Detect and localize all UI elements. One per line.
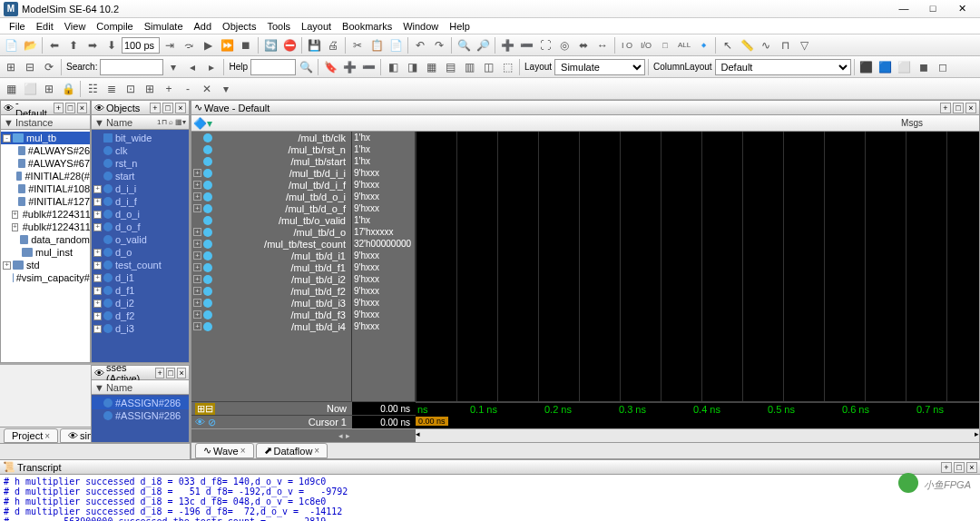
undo-button[interactable]: ↶: [411, 36, 429, 54]
paste-button[interactable]: 📄: [387, 36, 405, 54]
menu-edit[interactable]: Edit: [31, 21, 59, 32]
window-tool4-button[interactable]: ◼: [915, 58, 933, 76]
wave-canvas[interactable]: [416, 132, 979, 401]
break-button[interactable]: ⛔: [280, 36, 299, 54]
copy-button[interactable]: 📋: [368, 36, 386, 54]
wave-signal-name[interactable]: +/mul_tb/d_i2: [191, 273, 351, 285]
zoom-cursor-button[interactable]: ◎: [555, 36, 573, 54]
columnlayout-select[interactable]: Default: [715, 59, 851, 75]
wave-signal-name[interactable]: +/mul_tb/d_f2: [191, 285, 351, 297]
save-button[interactable]: 💾: [305, 36, 323, 54]
step-button[interactable]: ⇥: [161, 36, 179, 54]
extra4-button[interactable]: 🔒: [59, 80, 77, 98]
edge-button[interactable]: ⊓: [776, 36, 794, 54]
zoom-full-button[interactable]: ⛶: [536, 36, 554, 54]
panel-max-button[interactable]: □: [953, 103, 964, 113]
help-field[interactable]: [250, 59, 296, 75]
sim-item[interactable]: -mul_tb: [1, 132, 90, 144]
extra7-button[interactable]: ⊡: [122, 80, 140, 98]
wave-tool3-button[interactable]: ▦: [422, 58, 440, 76]
collapse-button[interactable]: ⊟: [21, 58, 39, 76]
run-all-button[interactable]: ⏩: [218, 36, 236, 54]
sim-item[interactable]: #INITIAL#28(#: [1, 170, 90, 182]
nav-back-button[interactable]: ⬅: [45, 36, 64, 54]
sim-item[interactable]: #vsim_capacity#: [1, 271, 90, 284]
sim-item[interactable]: +#ublk#1224311: [1, 221, 90, 233]
sim-item[interactable]: #INITIAL#108: [1, 182, 90, 195]
extra9-button[interactable]: +: [160, 80, 178, 98]
wave-signal-name[interactable]: +/mul_tb/d_o_f: [191, 202, 351, 214]
menu-file[interactable]: File: [4, 21, 31, 32]
wave-cursor-track[interactable]: 0.00 ns: [416, 416, 979, 428]
object-item[interactable]: +d_i_i: [92, 182, 189, 195]
cut-button[interactable]: ✂: [348, 36, 367, 54]
wave-hscroll[interactable]: ◂ ▸ ◂▸: [191, 428, 979, 442]
extra11-button[interactable]: ✕: [198, 80, 216, 98]
search-field[interactable]: [100, 59, 163, 75]
bookmark-del-button[interactable]: ➖: [359, 58, 377, 76]
panel-dock-button[interactable]: +: [155, 368, 164, 378]
tab-project[interactable]: Project×: [4, 428, 58, 443]
wave-signal-name[interactable]: /mul_tb/clk: [191, 132, 351, 143]
bookmark-button[interactable]: 🔖: [321, 58, 339, 76]
wave-signal-name[interactable]: /mul_tb/start: [191, 155, 351, 167]
object-item[interactable]: +test_count: [92, 259, 189, 271]
filter-button[interactable]: 🔹: [694, 36, 712, 54]
wave-signal-name[interactable]: +/mul_tb/d_i_f: [191, 179, 351, 191]
extra3-button[interactable]: ⊞: [40, 80, 58, 98]
sim-item[interactable]: #ALWAYS#26: [1, 144, 90, 157]
processes-column-header[interactable]: ▼Name: [92, 380, 189, 395]
nav-fwd-button[interactable]: ➡: [83, 36, 102, 54]
wave-signal-name[interactable]: +/mul_tb/d_f3: [191, 309, 351, 320]
search-next-button[interactable]: ▸: [202, 58, 220, 76]
object-item[interactable]: +d_f2: [92, 310, 189, 322]
panel-max-button[interactable]: □: [162, 103, 173, 113]
wave-signal-name[interactable]: +/mul_tb/d_i_i: [191, 167, 351, 179]
wave-tool2-button[interactable]: ◨: [403, 58, 421, 76]
panel-close-button[interactable]: ×: [77, 103, 87, 113]
window-tool3-button[interactable]: ⬜: [896, 58, 914, 76]
zoom-in-button[interactable]: ➕: [498, 36, 516, 54]
step-over-button[interactable]: ⤼: [180, 36, 198, 54]
wave-tool7-button[interactable]: ⬚: [498, 58, 516, 76]
help-go-button[interactable]: 🔍: [297, 58, 315, 76]
sim-item[interactable]: #INITIAL#127: [1, 195, 90, 208]
process-item[interactable]: #ASSIGN#286: [92, 397, 189, 409]
wave-tool4-button[interactable]: ▤: [441, 58, 459, 76]
new-button[interactable]: 📄: [2, 36, 20, 54]
all-button[interactable]: ALL: [675, 36, 693, 54]
wave-signal-name[interactable]: /mul_tb/o_valid: [191, 214, 351, 226]
sim-item[interactable]: #ALWAYS#67: [1, 157, 90, 170]
run-button[interactable]: ▶: [199, 36, 217, 54]
wave-tool6-button[interactable]: ◫: [479, 58, 497, 76]
object-item[interactable]: +d_o_f: [92, 221, 189, 233]
wave-signal-name[interactable]: +/mul_tb/d_o_i: [191, 191, 351, 202]
object-item[interactable]: clk: [92, 144, 189, 157]
sim-item[interactable]: +std: [1, 259, 90, 271]
bookmark-add-button[interactable]: ➕: [340, 58, 358, 76]
redo-button[interactable]: ↷: [430, 36, 448, 54]
restart-button[interactable]: 🔄: [261, 36, 279, 54]
wave-tool1-button[interactable]: ◧: [384, 58, 402, 76]
refresh-button[interactable]: ⟳: [40, 58, 58, 76]
menu-simulate[interactable]: Simulate: [139, 21, 189, 32]
nav-down-button[interactable]: ⬇: [103, 36, 121, 54]
io3-button[interactable]: □: [656, 36, 674, 54]
transcript-body[interactable]: # h multiplier successed d_i8 = 033 d_f8…: [0, 475, 980, 521]
time-step-field[interactable]: [122, 37, 160, 54]
minimize-button[interactable]: —: [893, 3, 915, 15]
extra1-button[interactable]: ▦: [2, 80, 20, 98]
window-tool5-button[interactable]: ◻: [934, 58, 952, 76]
extra6-button[interactable]: ≣: [103, 80, 121, 98]
menu-window[interactable]: Window: [397, 21, 444, 32]
io-button[interactable]: I O: [618, 36, 636, 54]
nav-up-button[interactable]: ⬆: [64, 36, 83, 54]
panel-dock-button[interactable]: +: [150, 103, 161, 113]
extra5-button[interactable]: ☷: [83, 80, 102, 98]
object-item[interactable]: +d_i2: [92, 297, 189, 310]
open-button[interactable]: 📂: [21, 36, 39, 54]
measure-button[interactable]: 📏: [738, 36, 756, 54]
object-item[interactable]: +d_i3: [92, 322, 189, 335]
panel-max-button[interactable]: □: [65, 103, 75, 113]
panel-close-button[interactable]: ×: [175, 103, 186, 113]
